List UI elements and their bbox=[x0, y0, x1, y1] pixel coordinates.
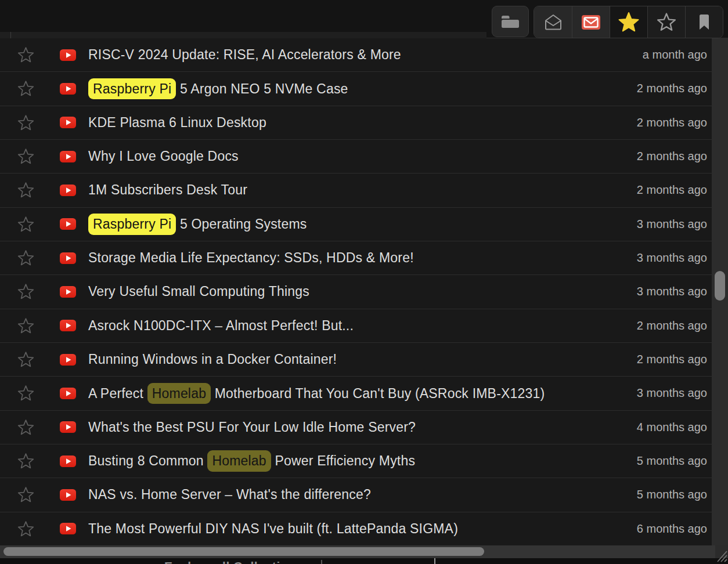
item-title: 1M Subscribers Desk Tour bbox=[88, 182, 247, 198]
star-filled-icon bbox=[617, 10, 640, 34]
folder-icon bbox=[500, 13, 520, 30]
title-text: KDE Plasma 6 Linux Desktop bbox=[88, 115, 266, 130]
star-outline-icon bbox=[17, 114, 35, 132]
item-title: Very Useful Small Computing Things bbox=[88, 284, 309, 299]
youtube-icon bbox=[60, 320, 76, 331]
star-toggle-button[interactable] bbox=[0, 384, 51, 402]
star-outline-icon bbox=[17, 147, 35, 165]
title-highlight: Homelab bbox=[207, 450, 271, 471]
collections-folder-button[interactable] bbox=[492, 6, 529, 37]
youtube-icon bbox=[60, 388, 76, 399]
star-outline-icon bbox=[17, 384, 35, 402]
clipped-page-content: Explore all Collections bbox=[0, 558, 728, 564]
star-outline-icon bbox=[17, 46, 35, 64]
star-toggle-button[interactable] bbox=[0, 418, 51, 436]
title-text: Asrock N100DC-ITX – Almost Perfect! But.… bbox=[88, 318, 354, 333]
star-toggle-button[interactable] bbox=[0, 46, 51, 64]
star-outline-icon bbox=[17, 249, 35, 267]
feed-item-row[interactable]: A Perfect Homelab Motherboard That You C… bbox=[0, 377, 712, 410]
filter-button-group bbox=[534, 6, 723, 38]
item-title: What's the Best PSU For Your Low Idle Ho… bbox=[88, 420, 416, 435]
horizontal-scrollbar-thumb[interactable] bbox=[3, 547, 484, 556]
item-timestamp: 5 months ago bbox=[637, 488, 707, 501]
star-toggle-button[interactable] bbox=[0, 215, 51, 233]
vertical-scrollbar-thumb[interactable] bbox=[715, 271, 725, 301]
youtube-icon bbox=[60, 421, 76, 433]
clipped-link-text: Explore all Collections bbox=[164, 559, 303, 564]
star-toggle-button[interactable] bbox=[0, 317, 51, 335]
item-timestamp: 6 months ago bbox=[637, 522, 707, 536]
feed-item-row[interactable]: NAS vs. Home Server – What's the differe… bbox=[0, 478, 712, 512]
title-text: Busting 8 Common bbox=[88, 453, 207, 468]
star-toggle-button[interactable] bbox=[0, 79, 51, 97]
item-timestamp: 4 months ago bbox=[637, 421, 707, 434]
title-highlight: Homelab bbox=[147, 383, 211, 404]
title-highlight: Raspberry Pi bbox=[88, 214, 176, 234]
list-header-edge bbox=[0, 32, 486, 38]
feed-item-row[interactable]: What's the Best PSU For Your Low Idle Ho… bbox=[0, 411, 712, 444]
item-timestamp: 3 months ago bbox=[637, 251, 707, 265]
resize-grip[interactable] bbox=[716, 549, 727, 563]
item-title: A Perfect Homelab Motherboard That You C… bbox=[88, 383, 545, 404]
star-outline-icon bbox=[17, 452, 35, 470]
star-toggle-button[interactable] bbox=[0, 452, 51, 470]
title-highlight: Raspberry Pi bbox=[88, 78, 176, 99]
item-timestamp: 5 months ago bbox=[637, 454, 707, 468]
item-timestamp: 3 months ago bbox=[637, 285, 707, 298]
title-text: A Perfect bbox=[88, 386, 147, 401]
star-toggle-button[interactable] bbox=[0, 520, 51, 538]
item-timestamp: a month ago bbox=[643, 48, 707, 62]
feed-item-row[interactable]: Raspberry Pi 5 Argon NEO 5 NVMe Case 2 m… bbox=[0, 72, 712, 106]
feed-item-row[interactable]: KDE Plasma 6 Linux Desktop 2 months ago bbox=[0, 106, 712, 140]
item-title: Asrock N100DC-ITX – Almost Perfect! But.… bbox=[88, 318, 354, 334]
title-text: The Most Powerful DIY NAS I've built (ft… bbox=[88, 521, 458, 536]
title-text: Storage Media Life Expectancy: SSDs, HDD… bbox=[88, 250, 414, 265]
item-timestamp: 2 months ago bbox=[637, 353, 707, 366]
feed-item-row[interactable]: Running Windows in a Docker Container! 2… bbox=[0, 343, 712, 377]
feed-item-row[interactable]: The Most Powerful DIY NAS I've built (ft… bbox=[0, 512, 712, 545]
feed-item-row[interactable]: Busting 8 Common Homelab Power Efficienc… bbox=[0, 444, 712, 478]
filter-starred-button[interactable] bbox=[610, 6, 647, 38]
mail-filled-icon bbox=[581, 15, 601, 30]
feed-item-row[interactable]: Very Useful Small Computing Things 3 mon… bbox=[0, 275, 712, 309]
youtube-icon bbox=[60, 489, 76, 501]
filter-bookmarked-button[interactable] bbox=[685, 6, 723, 38]
star-toggle-button[interactable] bbox=[0, 350, 51, 368]
item-timestamp: 2 months ago bbox=[637, 150, 707, 163]
feed-item-row[interactable]: Asrock N100DC-ITX – Almost Perfect! But.… bbox=[0, 309, 712, 343]
feed-item-row[interactable]: Storage Media Life Expectancy: SSDs, HDD… bbox=[0, 241, 712, 275]
star-outline-icon bbox=[656, 12, 677, 32]
item-title: NAS vs. Home Server – What's the differe… bbox=[88, 487, 371, 502]
feed-item-row[interactable]: Raspberry Pi 5 Operating Systems 3 month… bbox=[0, 208, 712, 241]
horizontal-scrollbar[interactable] bbox=[0, 545, 728, 558]
star-toggle-button[interactable] bbox=[0, 147, 51, 165]
youtube-icon bbox=[60, 117, 76, 128]
item-title: Raspberry Pi 5 Operating Systems bbox=[88, 214, 307, 234]
star-toggle-button[interactable] bbox=[0, 283, 51, 301]
filter-unstarred-button[interactable] bbox=[647, 6, 685, 38]
item-title: Raspberry Pi 5 Argon NEO 5 NVMe Case bbox=[88, 78, 348, 99]
item-timestamp: 3 months ago bbox=[637, 386, 707, 400]
star-toggle-button[interactable] bbox=[0, 486, 51, 504]
star-outline-icon bbox=[17, 215, 35, 233]
title-text: 1M Subscribers Desk Tour bbox=[88, 182, 247, 197]
item-title: RISC-V 2024 Update: RISE, AI Accelerator… bbox=[88, 47, 401, 63]
star-toggle-button[interactable] bbox=[0, 114, 51, 132]
feed-item-row[interactable]: 1M Subscribers Desk Tour 2 months ago bbox=[0, 173, 712, 207]
youtube-icon bbox=[60, 49, 76, 61]
feed-item-row[interactable]: Why I Love Google Docs 2 months ago bbox=[0, 140, 712, 173]
filter-mail-unread-button[interactable] bbox=[572, 6, 610, 38]
clipped-divider bbox=[434, 558, 435, 564]
clipped-divider bbox=[321, 560, 322, 564]
filter-mail-open-button[interactable] bbox=[534, 6, 572, 38]
star-toggle-button[interactable] bbox=[0, 181, 51, 199]
vertical-scrollbar[interactable] bbox=[712, 38, 728, 545]
item-title: KDE Plasma 6 Linux Desktop bbox=[88, 115, 266, 131]
item-timestamp: 2 months ago bbox=[637, 319, 707, 332]
star-toggle-button[interactable] bbox=[0, 249, 51, 267]
star-outline-icon bbox=[17, 317, 35, 335]
star-outline-icon bbox=[17, 79, 35, 97]
feed-item-row[interactable]: RISC-V 2024 Update: RISE, AI Accelerator… bbox=[0, 38, 712, 72]
star-outline-icon bbox=[17, 486, 35, 504]
title-text: Why I Love Google Docs bbox=[88, 149, 239, 164]
